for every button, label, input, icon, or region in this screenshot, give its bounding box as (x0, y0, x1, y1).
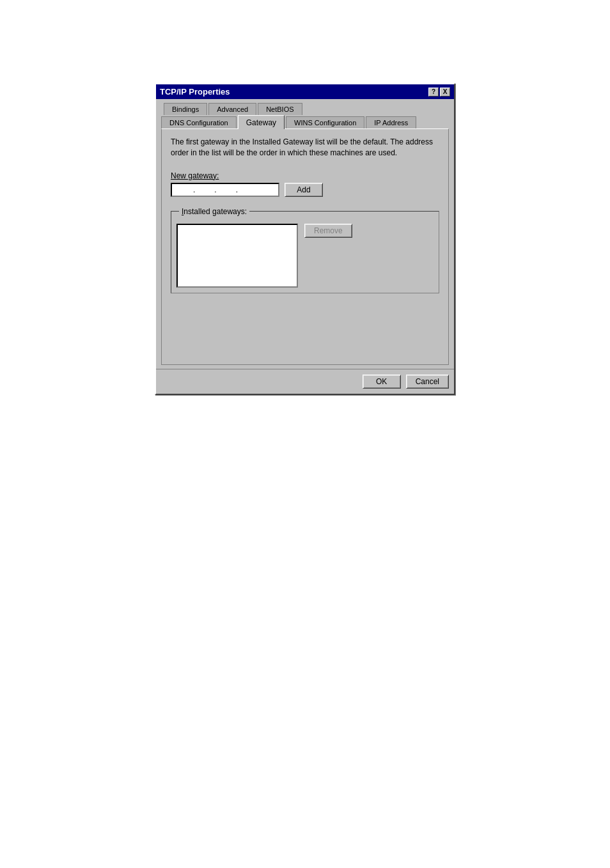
description-text: The first gateway in the Installed Gatew… (171, 137, 439, 159)
ok-button[interactable]: OK (363, 375, 401, 389)
title-bar-buttons: ? X (428, 88, 450, 97)
tab-ip-address[interactable]: IP Address (366, 116, 416, 128)
ip-octet-4[interactable] (239, 185, 256, 194)
tcp-ip-properties-dialog: TCP/IP Properties ? X Bindings Advanced … (155, 83, 455, 395)
tab-row-1: Bindings Advanced NetBIOS (161, 103, 449, 115)
tab-gateway[interactable]: Gateway (238, 115, 285, 129)
tab-panel-gateway: The first gateway in the Installed Gatew… (161, 128, 449, 365)
title-bar: TCP/IP Properties ? X (156, 84, 454, 99)
ip-octet-1[interactable] (175, 185, 192, 194)
cancel-button[interactable]: Cancel (406, 375, 449, 389)
tab-netbios[interactable]: NetBIOS (258, 103, 302, 115)
gateway-list[interactable] (176, 224, 298, 288)
tab-bindings[interactable]: Bindings (164, 103, 207, 115)
add-button[interactable]: Add (285, 183, 323, 197)
new-gateway-label: New gateway: (171, 171, 439, 180)
tab-row-2: DNS Configuration Gateway WINS Configura… (161, 115, 449, 128)
tab-dns-configuration[interactable]: DNS Configuration (161, 116, 237, 128)
installed-gateways-content: Remove (176, 224, 434, 288)
dialog-content: Bindings Advanced NetBIOS DNS Configurat… (156, 99, 454, 365)
gateway-input-row: . . . Add (171, 183, 439, 197)
tab-wins-configuration[interactable]: WINS Configuration (286, 116, 364, 128)
new-gateway-input[interactable]: . . . (171, 183, 279, 197)
installed-gateways-legend: Installed gateways: (179, 207, 249, 216)
remove-button[interactable]: Remove (304, 224, 352, 238)
dialog-title: TCP/IP Properties (160, 87, 230, 97)
ip-octet-3[interactable] (217, 185, 235, 194)
ip-octet-2[interactable] (196, 185, 214, 194)
help-button[interactable]: ? (428, 88, 439, 97)
dialog-footer: OK Cancel (156, 369, 454, 394)
installed-gateways-group: Installed gateways: Remove (171, 207, 439, 293)
tab-advanced[interactable]: Advanced (208, 103, 256, 115)
close-button[interactable]: X (440, 88, 450, 97)
